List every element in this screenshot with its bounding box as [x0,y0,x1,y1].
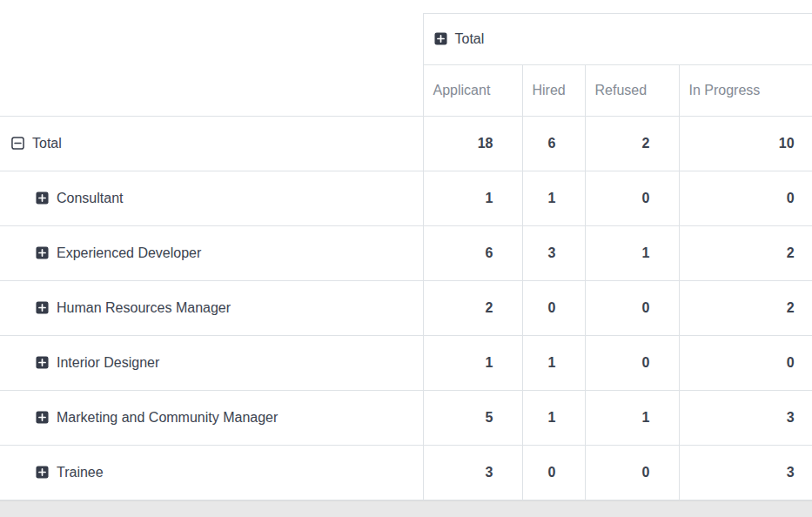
value-cell: 18 [423,117,522,171]
value-cell: 2 [423,281,522,336]
value-cell: 0 [679,336,812,391]
table-row-human-resources-manager: Human Resources Manager 2 0 0 2 [0,281,812,336]
row-label: Consultant [57,191,124,205]
row-label: Marketing and Community Manager [57,410,278,425]
row-header-human-resources-manager[interactable]: Human Resources Manager [0,281,423,336]
value-cell: 2 [679,281,812,336]
column-group-total[interactable]: Total [423,14,812,65]
value-cell: 1 [522,171,585,226]
table-row-interior-designer: Interior Designer 1 1 0 0 [0,336,812,391]
measure-header-applicant[interactable]: Applicant [423,65,522,117]
value-cell: 2 [585,117,679,171]
row-header-experienced-developer[interactable]: Experienced Developer [0,226,423,281]
value-cell: 2 [679,226,812,281]
row-label: Trainee [57,465,104,480]
plus-square-icon [36,191,49,205]
pivot-view: Total Applicant Hired Refused In Progres… [0,0,812,517]
row-header-trainee[interactable]: Trainee [0,446,423,500]
value-cell: 6 [423,226,522,281]
value-cell: 1 [585,391,679,446]
plus-square-icon [36,301,49,314]
background-area [0,500,812,517]
plus-square-icon [36,466,49,479]
value-cell: 0 [585,171,679,226]
corner-cell [0,14,423,65]
pivot-table: Total Applicant Hired Refused In Progres… [0,13,812,500]
value-cell: 0 [522,446,585,500]
measure-header-refused[interactable]: Refused [585,65,679,117]
row-header-consultant[interactable]: Consultant [0,171,423,226]
value-cell: 1 [522,336,585,391]
value-cell: 1 [585,226,679,281]
value-cell: 3 [679,446,812,500]
row-label: Interior Designer [57,355,159,370]
table-row-consultant: Consultant 1 1 0 0 [0,171,812,226]
column-group-label: Total [455,31,485,46]
minus-square-icon [11,137,24,150]
plus-square-icon [36,246,49,259]
table-row-trainee: Trainee 3 0 0 3 [0,446,812,500]
value-cell: 0 [585,336,679,391]
value-cell: 0 [679,171,812,226]
pivot-table-container: Total Applicant Hired Refused In Progres… [0,0,812,500]
row-label: Total [32,136,62,151]
row-label: Experienced Developer [57,245,201,260]
measure-header-hired[interactable]: Hired [522,65,585,117]
value-cell: 1 [423,336,522,391]
value-cell: 0 [522,281,585,336]
table-row-experienced-developer: Experienced Developer 6 3 1 2 [0,226,812,281]
corner-cell [0,65,423,117]
value-cell: 0 [585,446,679,500]
value-cell: 1 [423,171,522,226]
plus-square-icon [434,32,447,45]
table-row-marketing-and-community-manager: Marketing and Community Manager 5 1 1 3 [0,391,812,446]
row-label: Human Resources Manager [57,300,231,315]
value-cell: 5 [423,391,522,446]
row-header-interior-designer[interactable]: Interior Designer [0,336,423,391]
plus-square-icon [36,411,49,424]
value-cell: 0 [585,281,679,336]
measure-header-row: Applicant Hired Refused In Progress [0,65,812,117]
row-header-marketing-and-community-manager[interactable]: Marketing and Community Manager [0,391,423,446]
value-cell: 6 [522,117,585,171]
column-group-header-row: Total [0,14,812,65]
value-cell: 1 [522,391,585,446]
plus-square-icon [36,356,49,369]
table-row-total: Total 18 6 2 10 [0,117,812,171]
measure-header-in-progress[interactable]: In Progress [679,65,812,117]
value-cell: 3 [679,391,812,446]
value-cell: 3 [423,446,522,500]
value-cell: 10 [679,117,812,171]
row-header-total[interactable]: Total [0,117,423,171]
value-cell: 3 [522,226,585,281]
